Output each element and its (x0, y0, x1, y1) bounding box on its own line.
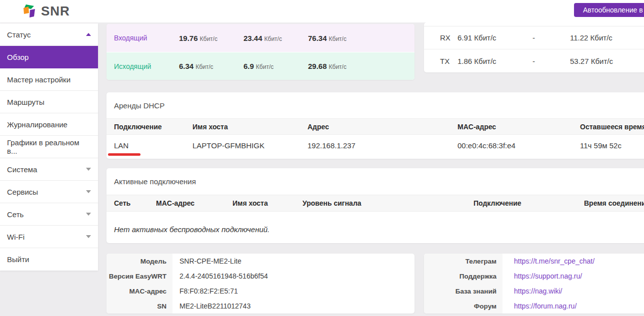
sidebar-item-label: Статус (7, 30, 30, 39)
tx-label: TX (440, 57, 458, 65)
sidebar-item-services[interactable]: Сервисы (0, 181, 98, 203)
col-connection: Подключение (474, 199, 584, 207)
col-signal-level: Уровень сигнала (302, 199, 474, 207)
outgoing-value-3: 29.68Кбит/с (308, 62, 372, 70)
sidebar-item-label: Обзор (7, 53, 28, 61)
sidebar-item-label: Выйти (7, 255, 29, 264)
incoming-value-3: 76.34Кбит/с (308, 34, 372, 42)
forum-label: Форум (424, 299, 502, 314)
sidebar-item-logging[interactable]: Журналирование (0, 113, 98, 136)
chevron-down-icon (86, 168, 91, 171)
sidebar-item-label: Wi-Fi (7, 233, 24, 241)
chevron-down-icon (86, 235, 91, 238)
dhcp-card-title: Аренды DHCP (106, 92, 644, 118)
outgoing-traffic-row: Исходящий 6.34Кбит/с 6.9Кбит/с 29.68Кбит… (106, 52, 414, 80)
knowledge-base-link[interactable]: https://nag.wiki/ (514, 287, 562, 295)
sidebar-item-label: Сервисы (7, 188, 38, 196)
cell-connection: LAN (114, 141, 192, 150)
unit: Кбит/с (196, 63, 213, 70)
unit: Кбит/с (329, 35, 346, 42)
chevron-up-icon (86, 33, 91, 36)
no-connections-message: Нет активных беспроводных подключений. (106, 212, 644, 243)
device-model-value: SNR-CPE-ME2-Lite (172, 254, 414, 269)
cell-lease-time: 11ч 59м 52с (580, 141, 644, 150)
tx-value-1: 1.86 Кбит/с (458, 57, 532, 65)
snr-logo-icon (23, 4, 37, 19)
col-connection: Подключение (114, 123, 192, 131)
incoming-value-1: 19.76Кбит/с (179, 34, 244, 42)
device-mac-value: F8:F0:82:F2:E5:71 (172, 284, 414, 299)
clipped-row (424, 22, 644, 26)
unit: Кбит/с (264, 35, 282, 42)
sidebar-item-label: Сеть (7, 210, 24, 219)
knowledge-base-label: База знаний (424, 284, 502, 299)
serial-number-value: ME2-LiteB2211012743 (172, 299, 414, 314)
rx-value-2: - (532, 33, 570, 42)
col-network: Сеть (114, 199, 156, 207)
device-info-card: Модель SNR-CPE-ME2-Lite Версия EasyWRT 2… (106, 254, 414, 314)
sidebar-item-network[interactable]: Сеть (0, 203, 98, 226)
sidebar-item-setup-wizard[interactable]: Мастер настройки (0, 68, 98, 91)
sidebar-item-routes[interactable]: Маршруты (0, 91, 98, 113)
col-connection-time: Время соединения (584, 199, 644, 207)
incoming-label: Входящий (114, 34, 179, 42)
sidebar-item-status[interactable]: Статус (0, 23, 98, 46)
value: 6.9 (244, 62, 254, 70)
cell-address: 192.168.1.237 (308, 141, 458, 150)
sidebar-item-label: Журналирование (7, 120, 68, 129)
sidebar-item-label: Маршруты (7, 98, 44, 106)
rx-tx-card: RX 6.91 Кбит/с - 11.22 Кбит/с TX 1.86 Кб… (424, 22, 644, 72)
active-connections-header: Сеть MAC-адрес Имя хоста Уровень сигнала… (106, 195, 644, 212)
active-connections-title: Активные подключения (106, 168, 644, 195)
forum-link[interactable]: https://forum.nag.ru/ (514, 302, 576, 310)
value: 19.76 (179, 34, 198, 42)
sidebar-item-wifi[interactable]: Wi-Fi (0, 226, 98, 248)
tx-row: TX 1.86 Кбит/с - 53.27 Кбит/с (424, 49, 644, 72)
outgoing-label: Исходящий (114, 62, 179, 70)
dhcp-leases-card: Аренды DHCP Подключение Имя хоста Адрес … (106, 92, 644, 159)
col-hostname: Имя хоста (192, 123, 308, 131)
firmware-version-value: 2.4.4-2405161948-516b6f54 (172, 269, 414, 284)
unit: Кбит/с (200, 35, 218, 42)
logo-text: SNR (41, 3, 70, 19)
incoming-value-2: 23.44Кбит/с (244, 34, 308, 42)
device-mac-label: MAC-адрес (106, 284, 172, 299)
chevron-down-icon (86, 213, 91, 216)
lan-red-underline (108, 153, 140, 156)
value: 23.44 (244, 34, 262, 42)
col-lease-time: Оставшееся время аренды (580, 123, 644, 131)
col-hostname: Имя хоста (232, 199, 302, 207)
cell-hostname: LAPTOP-GFMBHIGK (192, 141, 308, 150)
rx-value-3: 11.22 Кбит/с (570, 33, 644, 42)
device-model-label: Модель (106, 254, 172, 269)
sidebar-item-label: Графики в реальном в... (7, 138, 91, 155)
traffic-summary-card: Входящий 19.76Кбит/с 23.44Кбит/с 76.34Кб… (106, 24, 414, 80)
sidebar-item-realtime-graphs[interactable]: Графики в реальном в... (0, 136, 98, 158)
dhcp-table-header: Подключение Имя хоста Адрес MAC-адрес Ос… (106, 118, 644, 135)
sidebar-item-label: Мастер настройки (7, 75, 70, 84)
outgoing-value-1: 6.34Кбит/с (179, 62, 244, 70)
support-links-card: Телеграм https://t.me/snr_cpe_chat/ Подд… (424, 254, 644, 314)
chevron-down-icon (86, 190, 91, 193)
outgoing-value-2: 6.9Кбит/с (244, 62, 308, 70)
active-connections-card: Активные подключения Сеть MAC-адрес Имя … (106, 168, 644, 243)
tx-value-3: 53.27 Кбит/с (570, 57, 644, 65)
auto-refresh-button[interactable]: Автообновление в (574, 3, 644, 17)
sidebar-item-logout[interactable]: Выйти (0, 248, 98, 271)
rx-label: RX (440, 33, 458, 42)
incoming-traffic-row: Входящий 19.76Кбит/с 23.44Кбит/с 76.34Кб… (106, 24, 414, 52)
rx-row: RX 6.91 Кбит/с - 11.22 Кбит/с (424, 26, 644, 49)
telegram-link[interactable]: https://t.me/snr_cpe_chat/ (514, 257, 594, 265)
sidebar-item-overview[interactable]: Обзор (0, 46, 98, 68)
tx-value-2: - (532, 57, 570, 65)
unit: Кбит/с (329, 63, 346, 70)
telegram-label: Телеграм (424, 254, 502, 269)
support-link[interactable]: https://support.nag.ru/ (514, 272, 582, 280)
serial-number-label: SN (106, 299, 172, 314)
value: 29.68 (308, 62, 327, 70)
col-mac: MAC-адрес (156, 199, 232, 207)
sidebar-item-system[interactable]: Система (0, 158, 98, 181)
card-bottom-padding (106, 156, 644, 159)
rx-value-1: 6.91 Кбит/с (458, 33, 532, 42)
table-row: LAN LAPTOP-GFMBHIGK 192.168.1.237 00:e0:… (106, 135, 644, 156)
